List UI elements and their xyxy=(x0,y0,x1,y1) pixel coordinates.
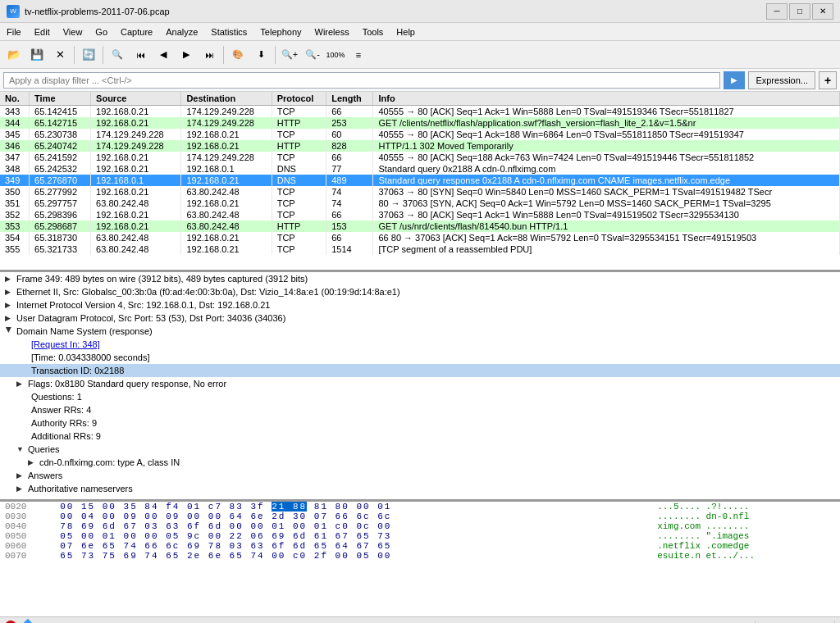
detail-child-11[interactable]: ▶Authoritative nameservers xyxy=(0,482,840,495)
hex-row[interactable]: 004078 69 6d 67 03 63 6f 6d 00 00 01 00 … xyxy=(0,521,840,531)
expand-icon[interactable]: ▶ xyxy=(28,458,36,466)
title-bar: W tv-netflix-problems-2011-07-06.pcap ─ … xyxy=(0,0,840,23)
expand-dns-icon[interactable]: ▶ xyxy=(5,327,13,335)
dns-children: [Request In: 348][Time: 0.034338000 seco… xyxy=(0,338,840,495)
detail-child-10[interactable]: ▶Answers xyxy=(0,469,840,482)
toolbar-resize-cols[interactable]: ≡ xyxy=(348,44,369,66)
toolbar-go-last[interactable]: ⏭ xyxy=(199,44,220,66)
detail-child-0[interactable]: [Request In: 348] xyxy=(0,338,840,351)
menu-capture[interactable]: Capture xyxy=(114,23,159,40)
separator-2 xyxy=(103,46,103,64)
table-row[interactable]: 34565.230738174.129.249.228192.168.0.21T… xyxy=(0,129,840,140)
toolbar-find-pkg[interactable]: 🔍 xyxy=(107,44,128,66)
separator-4 xyxy=(275,46,276,64)
menu-help[interactable]: Help xyxy=(390,23,422,40)
expand-eth-icon[interactable]: ▶ xyxy=(5,288,13,296)
toolbar-go-next[interactable]: ▶ xyxy=(176,44,197,66)
close-button[interactable]: ✕ xyxy=(812,3,833,20)
toolbar-close[interactable]: ✕ xyxy=(49,44,71,66)
col-no: No. xyxy=(0,92,30,106)
udp-text: User Datagram Protocol, Src Port: 53 (53… xyxy=(16,313,285,323)
expand-udp-icon[interactable]: ▶ xyxy=(5,314,13,322)
dns-line[interactable]: ▶ Domain Name System (response) xyxy=(0,325,840,338)
hex-dump[interactable]: 002000 15 00 35 84 f4 01 c7 83 3f 21 88 … xyxy=(0,502,840,616)
table-row[interactable]: 35565.32173363.80.242.48192.168.0.21TCP1… xyxy=(0,243,840,255)
menu-edit[interactable]: Edit xyxy=(28,23,57,40)
toolbar-colorize[interactable]: 🎨 xyxy=(227,44,249,66)
capture-status-icon xyxy=(22,618,37,623)
toolbar: 📂 💾 ✕ 🔄 🔍 ⏮ ◀ ▶ ⏭ 🎨 ⬇ 🔍+ 🔍- 100% ≡ xyxy=(0,41,840,69)
eth-text: Ethernet II, Src: Globalsc_00:3b:0a (f0:… xyxy=(16,287,400,297)
table-row[interactable]: 34365.142415192.168.0.21174.129.249.228T… xyxy=(0,106,840,118)
table-row[interactable]: 34765.241592192.168.0.21174.129.249.228T… xyxy=(0,152,840,163)
toolbar-save[interactable]: 💾 xyxy=(26,44,48,66)
detail-child-8[interactable]: ▼Queries xyxy=(0,443,840,456)
hex-row[interactable]: 006007 6e 65 74 66 6c 69 78 03 63 6f 6d … xyxy=(0,541,840,551)
expression-button[interactable]: Expression... xyxy=(748,71,815,89)
menu-file[interactable]: File xyxy=(0,23,28,40)
toolbar-zoom-out[interactable]: 🔍- xyxy=(302,44,323,66)
eth-line[interactable]: ▶ Ethernet II, Src: Globalsc_00:3b:0a (f… xyxy=(0,285,840,298)
detail-child-2[interactable]: Transaction ID: 0x2188 xyxy=(0,364,840,377)
table-row[interactable]: 34865.242532192.168.0.21192.168.0.1DNS77… xyxy=(0,163,840,175)
detail-child-3[interactable]: ▶Flags: 0x8180 Standard query response, … xyxy=(0,377,840,390)
table-row[interactable]: 35165.29775763.80.242.48192.168.0.21TCP7… xyxy=(0,198,840,209)
packet-table: No. Time Source Destination Protocol Len… xyxy=(0,92,840,255)
table-row[interactable]: 35265.298396192.168.0.2163.80.242.48TCP6… xyxy=(0,209,840,221)
toolbar-zoom-100[interactable]: 100% xyxy=(325,44,346,66)
menu-go[interactable]: Go xyxy=(89,23,114,40)
detail-child-5[interactable]: Answer RRs: 4 xyxy=(0,403,840,416)
col-dest: Destination xyxy=(181,92,272,106)
hex-row[interactable]: 007065 73 75 69 74 65 2e 6e 65 74 00 c0 … xyxy=(0,551,840,561)
udp-line[interactable]: ▶ User Datagram Protocol, Src Port: 53 (… xyxy=(0,312,840,325)
toolbar-reload[interactable]: 🔄 xyxy=(78,44,99,66)
table-row[interactable]: 35065.277992192.168.0.2163.80.242.48TCP7… xyxy=(0,186,840,198)
toolbar-zoom-in[interactable]: 🔍+ xyxy=(279,44,300,66)
menu-wireless[interactable]: Wireless xyxy=(308,23,356,40)
ip-text: Internet Protocol Version 4, Src: 192.16… xyxy=(16,300,270,310)
menu-statistics[interactable]: Statistics xyxy=(204,23,253,40)
menu-bar: File Edit View Go Capture Analyze Statis… xyxy=(0,23,840,41)
maximize-button[interactable]: □ xyxy=(789,3,810,20)
table-row[interactable]: 34665.240742174.129.249.228192.168.0.21H… xyxy=(0,140,840,152)
expand-icon[interactable]: ▶ xyxy=(16,471,25,480)
detail-child-4[interactable]: Questions: 1 xyxy=(0,390,840,403)
expand-icon[interactable]: ▶ xyxy=(16,484,25,493)
expand-icon[interactable]: ▼ xyxy=(16,445,25,453)
ip-line[interactable]: ▶ Internet Protocol Version 4, Src: 192.… xyxy=(0,298,840,312)
table-row[interactable]: 35365.298687192.168.0.2163.80.242.48HTTP… xyxy=(0,221,840,232)
frame-text: Frame 349: 489 bytes on wire (3912 bits)… xyxy=(16,274,308,284)
col-source: Source xyxy=(91,92,181,106)
menu-tools[interactable]: Tools xyxy=(356,23,390,40)
detail-child-7[interactable]: Additional RRs: 9 xyxy=(0,430,840,443)
table-row[interactable]: 34965.276870192.168.0.1192.168.0.21DNS48… xyxy=(0,175,840,186)
hex-row[interactable]: 003000 04 00 09 00 09 00 00 64 6e 2d 30 … xyxy=(0,512,840,521)
packet-list[interactable]: No. Time Source Destination Protocol Len… xyxy=(0,92,840,272)
filter-input[interactable] xyxy=(3,72,720,89)
toolbar-go-first[interactable]: ⏮ xyxy=(130,44,151,66)
detail-child-6[interactable]: Authority RRs: 9 xyxy=(0,416,840,430)
expand-ip-icon[interactable]: ▶ xyxy=(5,301,13,309)
detail-child-1[interactable]: [Time: 0.034338000 seconds] xyxy=(0,351,840,364)
frame-line[interactable]: ▶ Frame 349: 489 bytes on wire (3912 bit… xyxy=(0,272,840,285)
table-row[interactable]: 35465.31873063.80.242.48192.168.0.21TCP6… xyxy=(0,232,840,243)
filter-apply-button[interactable]: ▶ xyxy=(724,71,745,89)
expand-frame-icon[interactable]: ▶ xyxy=(5,275,13,283)
packet-detail[interactable]: ▶ Frame 349: 489 bytes on wire (3912 bit… xyxy=(0,272,840,502)
minimize-button[interactable]: ─ xyxy=(766,3,788,20)
hex-row[interactable]: 002000 15 00 35 84 f4 01 c7 83 3f 21 88 … xyxy=(0,502,840,512)
expand-icon[interactable]: ▶ xyxy=(16,380,25,388)
separator-1 xyxy=(74,46,75,64)
packet-table-body: 34365.142415192.168.0.21174.129.249.228T… xyxy=(0,106,840,256)
menu-telephony[interactable]: Telephony xyxy=(253,23,308,40)
capture-stop-icon[interactable]: ■ xyxy=(5,621,16,624)
menu-view[interactable]: View xyxy=(57,23,89,40)
toolbar-autoscroll[interactable]: ⬇ xyxy=(250,44,272,66)
menu-analyze[interactable]: Analyze xyxy=(159,23,204,40)
table-row[interactable]: 34465.142715192.168.0.21174.129.249.228H… xyxy=(0,117,840,129)
toolbar-open[interactable]: 📂 xyxy=(3,44,25,66)
add-filter-button[interactable]: + xyxy=(819,71,837,89)
toolbar-go-prev[interactable]: ◀ xyxy=(153,44,174,66)
hex-row[interactable]: 005005 00 01 00 00 05 9c 00 22 06 69 6d … xyxy=(0,531,840,541)
detail-child-9[interactable]: ▶cdn-0.nflximg.com: type A, class IN xyxy=(0,456,840,469)
